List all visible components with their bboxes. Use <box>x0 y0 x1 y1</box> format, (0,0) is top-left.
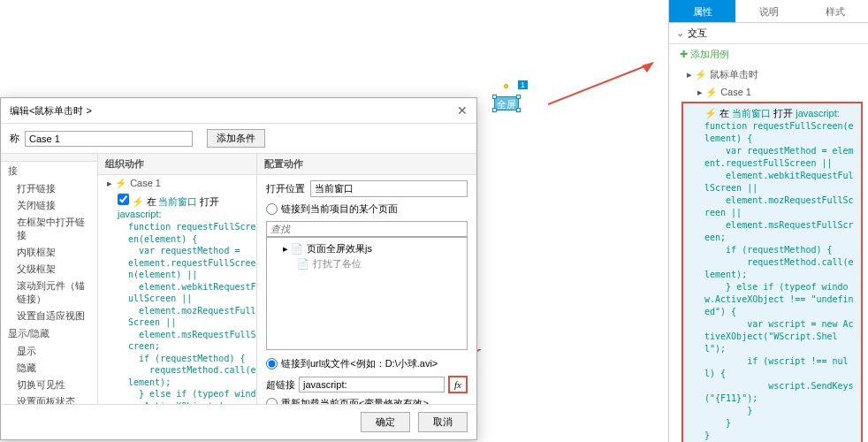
chevron-down-icon: ⌄ <box>676 27 684 39</box>
case-node[interactable]: ⚡ Case 1 <box>98 175 256 192</box>
action-item[interactable]: 设置面板状态 <box>1 393 97 404</box>
interaction-section-header[interactable]: ⌄ 交互 <box>669 23 868 44</box>
link-label: 超链接 <box>266 378 295 392</box>
dialog-footer: 确定 取消 <box>1 404 476 439</box>
widget-fullscreen[interactable]: 全屏 <box>494 96 519 110</box>
action-item[interactable]: 切换可见性 <box>1 377 97 393</box>
resize-handle[interactable] <box>492 95 497 99</box>
col-header: 组织动作 <box>98 154 256 175</box>
action-item[interactable]: 内联框架 <box>1 244 97 261</box>
add-case-link[interactable]: 添加用例 <box>669 44 868 65</box>
action-item[interactable]: 父级框架 <box>1 261 97 278</box>
properties-panel: 属性 说明 样式 ⌄ 交互 添加用例 ⚡ 鼠标单击时 ⚡ Case 1 ⚡ 在 … <box>668 0 868 442</box>
connector-handle[interactable] <box>504 84 508 88</box>
js-code-preview: function requestFullScreen(element) { va… <box>704 120 857 442</box>
action-item[interactable]: 关闭链接 <box>1 197 97 214</box>
case-actions-box: ⚡ 在 当前窗口 打开 javascript: function request… <box>681 102 863 442</box>
open-location-row: 打开位置 当前窗口 <box>266 180 468 197</box>
close-icon[interactable]: ✕ <box>457 103 468 118</box>
panel-tabs: 属性 说明 样式 <box>669 0 868 23</box>
name-label: 称 <box>10 132 19 145</box>
case-label: Case 1 <box>720 87 751 97</box>
section-label: 交互 <box>688 27 707 40</box>
radio-link-url[interactable] <box>266 358 278 370</box>
tab-style[interactable]: 样式 <box>802 0 868 22</box>
col-header: 配置动作 <box>257 154 476 175</box>
action-item[interactable]: 隐藏 <box>1 360 97 377</box>
organize-actions-column: 组织动作 ⚡ Case 1 ⚡ 在 当前窗口 打开 javascript: fu… <box>98 154 257 404</box>
tree-page[interactable]: ▸ 📄 页面全屏效果js <box>270 241 463 256</box>
widget-label: 全屏 <box>497 99 516 110</box>
configure-action-column: 配置动作 打开位置 当前窗口 链接到当前项目的某个页面 ▸ 📄 页面全屏效果js… <box>257 154 476 404</box>
action-item[interactable]: 滚动到元件（锚链接） <box>1 278 97 308</box>
action-open-link[interactable]: ⚡ 在 当前窗口 打开 javascript: <box>98 192 256 221</box>
cancel-button[interactable]: 取消 <box>418 412 468 432</box>
action-open-link[interactable]: ⚡ 在 当前窗口 打开 javascript: <box>704 107 857 120</box>
action-group-link[interactable]: 接 <box>1 162 97 180</box>
dialog-title: 编辑<鼠标单击时 > <box>10 104 457 118</box>
svg-line-0 <box>548 65 647 104</box>
page-tree[interactable]: ▸ 📄 页面全屏效果js 📄 打扰了各位 <box>266 237 468 350</box>
resize-handle[interactable] <box>516 95 521 99</box>
action-item[interactable]: 在框架中打开链接 <box>1 214 97 244</box>
resize-handle[interactable] <box>516 108 521 112</box>
dialog-titlebar: 编辑<鼠标单击时 > ✕ <box>1 98 476 124</box>
opt-link-url[interactable]: 链接到url或文件<例如：D:\小球.avi> <box>266 357 438 370</box>
radio-link-page[interactable] <box>266 203 278 215</box>
action-checkbox[interactable] <box>118 194 129 205</box>
resize-handle[interactable] <box>492 108 497 112</box>
hyperlink-row: 超链接 fx <box>266 376 468 393</box>
tree-page-empty[interactable]: 📄 打扰了各位 <box>270 256 463 271</box>
interaction-count-badge: 1 <box>518 80 528 89</box>
case-name-row: 称 添加条件 <box>1 124 476 153</box>
action-categories-column: 接 打开链接 关闭链接 在框架中打开链接 内联框架 父级框架 滚动到元件（锚链接… <box>1 154 98 404</box>
add-condition-button[interactable]: 添加条件 <box>207 129 265 148</box>
event-label: 鼠标单击时 <box>710 69 758 80</box>
action-item[interactable]: 设置自适应视图 <box>1 308 97 324</box>
hyperlink-input[interactable] <box>299 377 445 392</box>
lightning-icon: ⚡ <box>132 196 144 207</box>
canvas-selected-widget[interactable]: 1 全屏 <box>494 96 519 110</box>
js-code-preview: function requestFullScreen(element) { va… <box>98 221 256 404</box>
annotation-arrow <box>548 62 654 106</box>
action-group-show[interactable]: 显示/隐藏 <box>1 324 97 343</box>
fx-button[interactable]: fx <box>448 376 468 393</box>
case-item[interactable]: ⚡ Case 1 <box>669 85 868 100</box>
radio-reload[interactable] <box>266 398 278 404</box>
event-mouse-click[interactable]: ⚡ 鼠标单击时 <box>669 65 868 85</box>
opt-link-page[interactable]: 链接到当前项目的某个页面 <box>266 202 398 216</box>
col-header <box>1 154 97 162</box>
case-name-input[interactable] <box>25 131 193 147</box>
open-at-select[interactable]: 当前窗口 <box>310 180 468 197</box>
tab-properties[interactable]: 属性 <box>669 0 735 22</box>
lightning-icon: ⚡ <box>115 178 127 188</box>
opt-reload[interactable]: 重新加载当前页面<变量修改有效> <box>266 397 429 404</box>
action-item[interactable]: 打开链接 <box>1 180 97 197</box>
lightning-icon: ⚡ <box>704 108 717 118</box>
svg-marker-1 <box>642 62 654 72</box>
ok-button[interactable]: 确定 <box>361 412 410 432</box>
page-search-input[interactable] <box>266 221 468 237</box>
case-editor-dialog: 编辑<鼠标单击时 > ✕ 称 添加条件 接 打开链接 关闭链接 在框架中打开链接… <box>0 97 477 440</box>
action-item[interactable]: 显示 <box>1 343 97 360</box>
open-at-label: 打开位置 <box>266 182 305 195</box>
tab-notes[interactable]: 说明 <box>735 0 802 22</box>
